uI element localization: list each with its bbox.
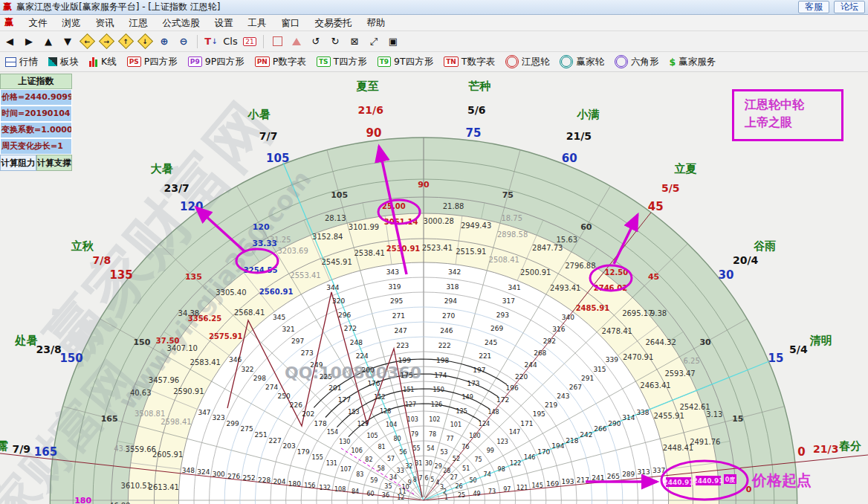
annotation-line1: 江恩轮中轮 xyxy=(745,96,841,114)
price-cell: 3152.84 xyxy=(312,233,343,241)
module-button-赢家服务[interactable]: $赢家服务 xyxy=(669,54,716,69)
calc-resistance-button[interactable]: 计算阻力 xyxy=(0,155,36,171)
calendar-icon[interactable]: 21 xyxy=(241,33,259,50)
nav-arrow-icon-2[interactable]: ▲ xyxy=(39,33,57,50)
number-cell: 250 xyxy=(277,392,290,400)
price-cell: 3457.96 xyxy=(149,376,179,384)
diamond-arrow-icon-2[interactable]: ↑ xyxy=(117,33,135,50)
number-cell: 252 xyxy=(243,474,256,482)
zoom-out-icon[interactable]: ⊖ xyxy=(175,33,192,50)
module-button-行情[interactable]: 行情 xyxy=(5,54,38,69)
outer-date: 21/6 xyxy=(358,104,383,116)
number-cell: 34 xyxy=(389,474,397,481)
number-cell: 52 xyxy=(453,456,460,462)
number-cell: 272 xyxy=(344,325,357,332)
nav-arrow-icon-3[interactable]: ▼ xyxy=(59,33,77,50)
number-cell: 121 xyxy=(516,485,528,491)
module-button-赢家轮[interactable]: 赢家轮 xyxy=(560,54,604,69)
number-cell: 274 xyxy=(265,384,278,391)
time-down-icon[interactable]: T↓ xyxy=(202,33,220,50)
price-cell: 3610.51 xyxy=(121,482,152,490)
degree-cell: 135 xyxy=(185,272,202,282)
price-cell: 3305.40 xyxy=(216,288,246,297)
outer-date: 5/4 xyxy=(789,343,808,355)
number-cell: 293 xyxy=(496,311,509,319)
triangle-tool-icon[interactable] xyxy=(288,33,305,50)
number-cell: 32 xyxy=(405,463,412,470)
module-button-六角形[interactable]: 六角形 xyxy=(615,54,659,69)
module-button-P四方形[interactable]: PSP四方形 xyxy=(127,54,178,69)
number-cell: 273 xyxy=(301,349,314,357)
outer-degree: 165 xyxy=(34,445,57,459)
menu-item-8[interactable]: 交易委托 xyxy=(308,15,360,30)
number-cell: 195 xyxy=(533,410,545,418)
menu-item-2[interactable]: 资讯 xyxy=(88,15,122,30)
number-cell: 128 xyxy=(380,408,391,415)
number-cell: 130 xyxy=(339,439,350,445)
module-button-T四方形[interactable]: TST四方形 xyxy=(317,54,367,69)
degree-cell: 105 xyxy=(331,190,348,200)
nav-arrow-icon-1[interactable]: ▶ xyxy=(20,33,38,50)
module-button-板块[interactable]: 板块 xyxy=(48,54,79,69)
degree-cell: 60 xyxy=(580,222,592,232)
number-cell: 76 xyxy=(461,444,469,450)
number-cell: 51 xyxy=(462,465,470,472)
diamond-arrow-icon-3[interactable]: ↓ xyxy=(136,33,154,50)
forum-button[interactable]: 论坛 xyxy=(834,1,865,13)
number-cell: 29 xyxy=(435,463,442,470)
nav-arrow-icon-0[interactable]: ◀ xyxy=(1,33,19,50)
menu-item-4[interactable]: 公式选股 xyxy=(155,15,207,30)
price-cell: 2644.32 xyxy=(645,338,676,346)
solar-term: 立秋 xyxy=(71,239,94,253)
menu-item-6[interactable]: 工具 xyxy=(241,15,274,30)
number-cell: 203 xyxy=(283,442,296,450)
tool-badge-icon: P9 xyxy=(188,56,202,67)
menu-item-9[interactable]: 帮助 xyxy=(360,15,393,30)
degree-cell: 180 xyxy=(74,496,91,504)
number-cell: 81 xyxy=(378,444,385,450)
menu-item-7[interactable]: 窗口 xyxy=(274,15,308,30)
menu-item-3[interactable]: 江恩 xyxy=(122,15,155,30)
module-button-江恩轮[interactable]: 江恩轮 xyxy=(505,54,550,69)
price-cell: 2485.91 xyxy=(576,304,610,312)
number-cell: 227 xyxy=(269,437,282,445)
menu-item-1[interactable]: 浏览 xyxy=(55,15,88,30)
menu-item-5[interactable]: 设置 xyxy=(207,15,241,30)
resize-icon[interactable]: ⤢ xyxy=(365,33,383,50)
number-cell: 26 xyxy=(455,483,462,490)
pct-cell: 18.75 xyxy=(501,214,522,222)
rotate-cw-icon[interactable]: ↻ xyxy=(326,33,344,50)
price-cell: 2583.41 xyxy=(190,358,221,366)
number-cell: 75 xyxy=(474,456,482,463)
zoom-in-icon[interactable]: ⊕ xyxy=(155,33,173,50)
diamond-arrow-icon-0[interactable]: ← xyxy=(78,33,96,50)
cls-button[interactable]: Cls xyxy=(221,33,239,50)
square-tool-icon[interactable] xyxy=(268,33,286,50)
rotate-ccw-icon[interactable]: ↺ xyxy=(307,33,325,50)
module-button-T数字表[interactable]: TNT数字表 xyxy=(444,54,495,69)
tool-badge-icon: T9 xyxy=(378,56,391,67)
number-cell: 149 xyxy=(461,394,473,401)
number-cell: 107 xyxy=(340,466,352,473)
menu-item-0[interactable]: 文件 xyxy=(22,15,55,30)
module-button-9P四方形[interactable]: P99P四方形 xyxy=(188,54,244,69)
number-cell: 202 xyxy=(302,410,314,418)
number-cell: 223 xyxy=(396,342,409,349)
number-cell: 179 xyxy=(297,448,310,456)
price-cell: 2796.88 xyxy=(565,262,595,270)
calc-support-button[interactable]: 计算支撑 xyxy=(36,155,73,171)
module-button-K线[interactable]: K线 xyxy=(89,54,117,69)
toolbar-separator xyxy=(263,35,264,48)
diamond-arrow-icon-1[interactable]: → xyxy=(97,33,115,50)
customer-service-button[interactable]: 客服 xyxy=(798,1,829,13)
tool-badge-icon: TN xyxy=(444,56,459,67)
module-button-P数字表[interactable]: PNP数字表 xyxy=(255,54,306,69)
dashed-box-icon[interactable]: ▣ xyxy=(384,33,402,50)
price-cell: 2530.91 xyxy=(386,245,421,253)
number-cell: 270 xyxy=(442,312,455,320)
number-cell: 294 xyxy=(444,297,457,305)
module-button-9T四方形[interactable]: T99T四方形 xyxy=(378,54,434,69)
number-cell: 147 xyxy=(509,429,520,436)
price-start-label: 价格起点 xyxy=(751,471,812,489)
box-x-icon[interactable]: ⊠ xyxy=(346,33,363,50)
